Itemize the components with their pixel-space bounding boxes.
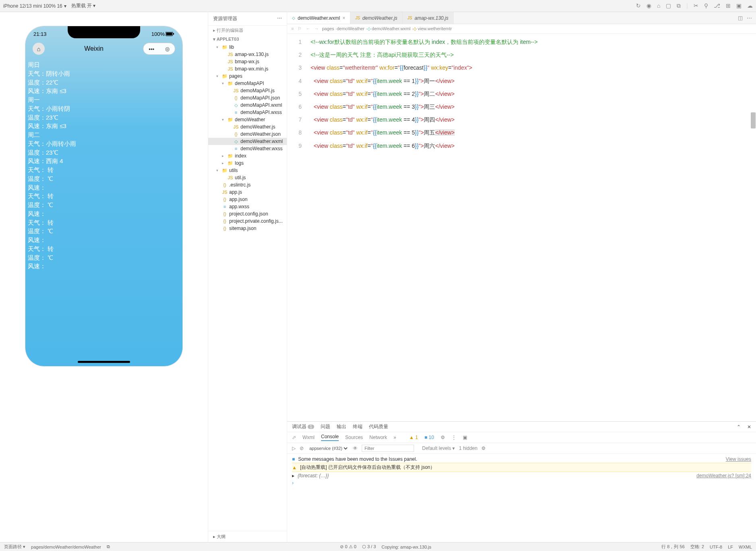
- device-selector[interactable]: iPhone 12/13 mini 100% 16 ▾: [3, 3, 66, 9]
- editor-tab[interactable]: JSamap-wx.130.js: [403, 12, 454, 24]
- tree-node[interactable]: {} demoWeather.json: [208, 130, 287, 138]
- chevron-up-icon[interactable]: ⌃: [737, 424, 741, 430]
- indent-mode[interactable]: 空格: 2: [690, 544, 704, 550]
- forward-icon[interactable]: →: [314, 26, 319, 31]
- code-editor[interactable]: 123456789 <!--wx:for默认数组的当前项的下标变量名默认为 in…: [287, 34, 756, 421]
- language-mode[interactable]: WXML: [739, 545, 752, 549]
- encoding[interactable]: UTF-8: [710, 545, 722, 549]
- page-path-label[interactable]: 页面路径 ▾: [4, 544, 25, 550]
- context-select[interactable]: appservice (#32): [308, 445, 349, 451]
- tree-node[interactable]: JS demoMapAPI.js: [208, 87, 287, 94]
- problems-count[interactable]: ⊘ 0 ⚠ 0: [340, 544, 356, 549]
- more-icon[interactable]: ⋮: [452, 435, 456, 440]
- tree-node[interactable]: ◇ demoMapAPI.wxml: [208, 102, 287, 109]
- hot-reload-toggle[interactable]: 热重载 开 ▾: [71, 2, 96, 9]
- copy-icon[interactable]: ⧉: [677, 2, 681, 9]
- clear-icon[interactable]: ⊘: [300, 445, 304, 451]
- tab-console[interactable]: Console: [321, 434, 339, 441]
- home-button[interactable]: ⌂: [33, 43, 45, 55]
- tree-node[interactable]: JS bmap-wx.min.js: [208, 65, 287, 72]
- project-root[interactable]: ▾ APPLET03: [208, 35, 287, 44]
- close-icon[interactable]: ✕: [747, 424, 751, 430]
- cut-icon[interactable]: ✂: [694, 2, 698, 9]
- eol[interactable]: LF: [728, 545, 733, 549]
- cloud-icon[interactable]: ☁: [747, 2, 753, 9]
- gear-icon[interactable]: ⚙: [481, 445, 486, 451]
- eye-icon[interactable]: 👁: [353, 445, 358, 451]
- more-tabs-icon[interactable]: »: [394, 435, 396, 440]
- tree-node[interactable]: {} app.json: [208, 196, 287, 203]
- tree-node[interactable]: JS amap-wx.130.js: [208, 51, 287, 58]
- tab-debugger[interactable]: 调试器 1: [292, 423, 314, 430]
- play-icon[interactable]: ▷: [292, 445, 296, 451]
- tab-terminal[interactable]: 终端: [353, 423, 362, 430]
- user-icon[interactable]: ⚲: [704, 2, 708, 9]
- home-icon[interactable]: ⌂: [657, 2, 660, 9]
- stash-count[interactable]: ⬡ 3 / 3: [362, 544, 376, 549]
- tree-node[interactable]: ≡ demoMapAPI.wxss: [208, 109, 287, 116]
- tab-problems[interactable]: 问题: [321, 423, 330, 430]
- tree-node[interactable]: JS bmap-wx.js: [208, 58, 287, 65]
- tree-node[interactable]: ▾ 📁 demoWeather: [208, 116, 287, 123]
- inspect-icon[interactable]: ⬀: [292, 435, 296, 440]
- view-issues-link[interactable]: View issues: [726, 456, 751, 462]
- tree-node[interactable]: JS app.js: [208, 188, 287, 196]
- source-link[interactable]: demoWeather.js? [sm]:24: [696, 473, 751, 478]
- copy-path-icon[interactable]: ⧉: [107, 544, 110, 549]
- tree-node[interactable]: ▸ 📁 index: [208, 152, 287, 160]
- mini-program-capsule[interactable]: •••◎: [143, 43, 175, 55]
- console-object[interactable]: {forecast: {…}}: [298, 473, 329, 478]
- editor-tab[interactable]: JSdemoWeather.js: [350, 12, 402, 24]
- tree-node[interactable]: ▾ 📁 lib: [208, 44, 287, 51]
- outline-section[interactable]: ▸ 大纲: [208, 531, 287, 542]
- stop-icon[interactable]: ◉: [646, 2, 651, 9]
- breadcrumb-item[interactable]: pages: [322, 26, 334, 31]
- page-icon[interactable]: ▢: [666, 2, 671, 9]
- tree-node[interactable]: {} project.private.config.js...: [208, 218, 287, 225]
- gear-icon[interactable]: ⚙: [441, 435, 445, 440]
- levels-select[interactable]: Default levels ▾: [422, 445, 455, 451]
- tree-node[interactable]: JS demoWeather.js: [208, 123, 287, 130]
- layout-icon[interactable]: ▣: [736, 2, 742, 9]
- filter-input[interactable]: [362, 445, 414, 452]
- tree-node[interactable]: ≡ app.wxss: [208, 203, 287, 210]
- tree-node[interactable]: ▾ 📁 demoMapAPI: [208, 80, 287, 87]
- svg-rect-1: [166, 33, 172, 35]
- tree-node[interactable]: ▸ 📁 logs: [208, 160, 287, 167]
- editor-scrollbar[interactable]: [751, 112, 756, 128]
- tree-node[interactable]: ≡ demoWeather.wxss: [208, 145, 287, 152]
- back-icon[interactable]: ←: [306, 26, 310, 31]
- list-icon[interactable]: ≡: [291, 26, 294, 31]
- cursor-position[interactable]: 行 8，列 56: [661, 544, 684, 550]
- open-editors-section[interactable]: ▸ 打开的编辑器: [208, 26, 287, 35]
- tree-node[interactable]: {} project.config.json: [208, 210, 287, 218]
- tab-more-icon[interactable]: ⋯: [747, 15, 752, 21]
- tree-node[interactable]: ◇ demoWeather.wxml: [208, 138, 287, 145]
- tree-node[interactable]: {} sitemap.json: [208, 225, 287, 232]
- tree-node[interactable]: JS util.js: [208, 174, 287, 181]
- tree-node[interactable]: ▾ 📁 pages: [208, 72, 287, 80]
- breadcrumb-item[interactable]: ◇ view.wetheritemtr: [413, 26, 452, 31]
- tree-node[interactable]: ▾ 📁 utils: [208, 167, 287, 174]
- tree-node[interactable]: {} .eslintrc.js: [208, 181, 287, 188]
- dock-icon[interactable]: ▣: [463, 435, 467, 440]
- grid-icon[interactable]: ⊞: [726, 2, 731, 9]
- hidden-count[interactable]: 1 hidden: [459, 445, 477, 451]
- tab-sources[interactable]: Sources: [345, 435, 363, 440]
- tab-wxml[interactable]: Wxml: [302, 435, 315, 440]
- editor-tab[interactable]: ◇demoWeather.wxml×: [287, 12, 350, 24]
- close-icon[interactable]: ×: [342, 15, 345, 21]
- refresh-icon[interactable]: ↻: [636, 2, 641, 9]
- explorer-more-icon[interactable]: ⋯: [277, 15, 282, 22]
- breadcrumb-item[interactable]: demoWeather: [337, 26, 365, 31]
- bookmark-icon[interactable]: ⚐: [298, 26, 302, 31]
- tree-node[interactable]: {} demoMapAPI.json: [208, 94, 287, 102]
- branch-icon[interactable]: ⎇: [714, 2, 720, 9]
- expand-icon[interactable]: ▸: [292, 473, 294, 478]
- tab-output[interactable]: 输出: [337, 423, 346, 430]
- split-icon[interactable]: ◫: [738, 15, 743, 21]
- tab-network[interactable]: Network: [369, 435, 387, 440]
- console-prompt[interactable]: ›: [292, 480, 294, 486]
- breadcrumb-item[interactable]: ◇ demoWeather.wxml: [367, 26, 410, 31]
- tab-quality[interactable]: 代码质量: [369, 423, 388, 430]
